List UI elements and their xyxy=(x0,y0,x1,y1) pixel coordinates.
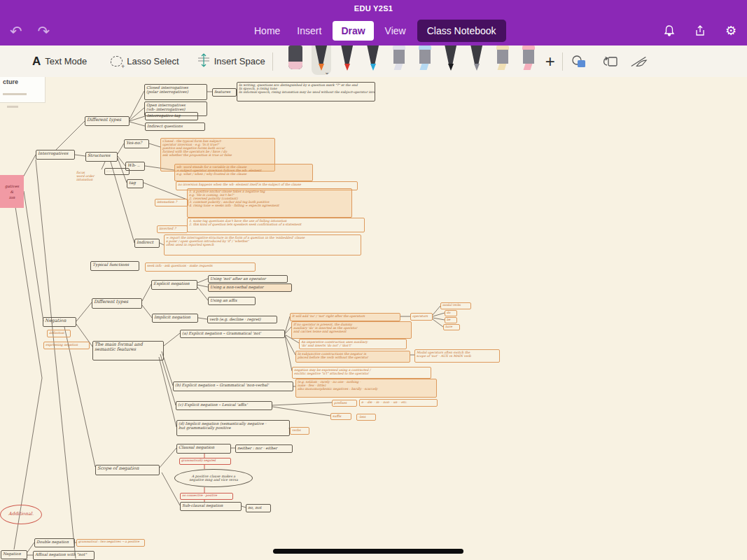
node-negation-bottom: Negation xyxy=(1,550,27,559)
pen-tray: ⌄ xyxy=(286,46,538,77)
pink-sticky-note: gatives&ion xyxy=(0,175,24,208)
note-op-have: have xyxy=(443,324,460,330)
connector-line xyxy=(272,407,330,416)
onenote-app: { "titlebar": { "title": "EDU Y2S1", "ta… xyxy=(0,0,747,560)
connector-line xyxy=(160,354,176,405)
connector-line xyxy=(142,284,151,301)
connector-line xyxy=(433,319,443,327)
tab-class-notebook[interactable]: Class Notebook xyxy=(417,20,506,42)
draw-toolbar: A Text Mode Lasso Select Insert Space ⌄ … xyxy=(0,46,747,78)
connector-line xyxy=(36,160,76,559)
eraser-tool[interactable] xyxy=(286,46,305,75)
page-subtitle-smudge xyxy=(7,106,18,108)
node-scope-of-negation: Scope of negation xyxy=(95,465,160,475)
note-a3: An imperative construction uses auxiliar… xyxy=(299,339,407,349)
connector-line xyxy=(272,402,332,405)
note-op-modal: modal verbs xyxy=(440,302,471,309)
note-negation-expressing: expressing negation xyxy=(43,342,90,349)
ink-to-shape-icon[interactable] xyxy=(601,52,619,71)
settings-gear-icon[interactable]: ⚙ xyxy=(723,23,739,38)
note-prefixes: prefixes xyxy=(332,400,357,407)
pink-highlighter-icon xyxy=(522,46,536,72)
note-clausal-red-2: no connective · positive xyxy=(180,493,233,500)
tab-insert[interactable]: Insert xyxy=(291,21,327,41)
gray-pen-tool[interactable] xyxy=(467,46,487,75)
silver-highlighter-tool[interactable] xyxy=(389,46,409,75)
drawing-canvas[interactable]: cture gatives&ion Different typesClosed … xyxy=(0,77,747,560)
node-c-explicit: (c) Explicit negation – Lexical 'affix' xyxy=(176,401,272,410)
insert-space-icon xyxy=(197,53,210,69)
node-b-explicit: (b) Explicit negation – Grammatical 'non… xyxy=(173,382,293,391)
note-modal-scope: Modal operators often switch thescope of… xyxy=(414,349,500,363)
pink-highlighter-tool[interactable] xyxy=(519,46,538,75)
note-indirect: = report the interrogative structure in … xyxy=(164,234,361,255)
ink-ruler-icon[interactable] xyxy=(630,52,648,71)
node-negation: Negation xyxy=(43,317,76,327)
text-mode-icon: A xyxy=(32,55,41,69)
blue-highlighter-tool[interactable] xyxy=(415,46,435,75)
node-yes-no: Yes-no? xyxy=(124,139,149,148)
node-affixal-negation: Affixal negation with "not" xyxy=(33,551,95,560)
pen-options-chevron-icon[interactable]: ⌄ xyxy=(324,69,330,76)
node-indirect-questions: Indirect questions xyxy=(145,122,205,131)
connector-line xyxy=(76,302,92,321)
note-structure-column: focusword orderintonation xyxy=(75,170,104,190)
note-clausal-red-1: grammatically negated xyxy=(179,458,231,465)
node-implicit-negation: Implicit negation xyxy=(152,314,198,323)
ellipse-positive-clause: A positive clause makes anegative mng an… xyxy=(174,469,253,487)
lasso-select-button[interactable]: Lasso Select xyxy=(111,56,179,66)
page-subtitle-smudge xyxy=(3,93,27,95)
connector-line xyxy=(142,305,152,318)
node-using-nonverbal: Using a non-verbal negator xyxy=(208,284,292,292)
gray-pen-icon xyxy=(469,46,484,72)
tab-draw[interactable]: Draw xyxy=(333,21,373,41)
silver-highlighter-icon xyxy=(392,46,406,72)
text-mode-button[interactable]: A Text Mode xyxy=(32,55,87,69)
blue-highlighter-icon xyxy=(418,46,432,72)
notifications-bell-icon[interactable] xyxy=(662,23,677,38)
connector-line xyxy=(197,279,208,283)
connector-line xyxy=(198,318,207,319)
connector-line xyxy=(197,287,208,300)
connector-line xyxy=(159,357,176,427)
cyan-pen-tool[interactable] xyxy=(363,46,383,75)
black-pen-tool[interactable] xyxy=(441,46,461,75)
notebook-title: EDU Y2S1 xyxy=(0,4,747,13)
add-pen-button[interactable]: + xyxy=(545,52,555,71)
undo-icon[interactable]: ↶ xyxy=(10,24,22,38)
note-a4: In subjunctive constructions the negator… xyxy=(295,351,410,363)
red-pen-icon xyxy=(340,46,355,72)
home-indicator[interactable] xyxy=(273,549,463,554)
node-different-types-interrogatives: Different types xyxy=(85,116,130,126)
tab-view[interactable]: View xyxy=(379,21,412,41)
tab-home[interactable]: Home xyxy=(249,21,286,41)
connector-line xyxy=(164,333,180,346)
page-corner-panel: cture xyxy=(0,77,46,103)
node-verb-decline: verb (e.g. decline · regret) xyxy=(207,316,277,323)
node-using-not: Using 'not' after an operator xyxy=(208,275,288,283)
connector-line xyxy=(197,285,208,287)
note-b-examples: (e.g. seldom · rarely · no one · nothing… xyxy=(295,379,437,398)
note-inverted: inverted ? xyxy=(157,225,188,233)
node-a-explicit: (a) Explicit negation – Grammatical 'not… xyxy=(180,330,285,338)
share-icon[interactable] xyxy=(692,23,708,38)
note-op-do: do xyxy=(445,310,457,316)
connector-line xyxy=(130,91,144,119)
note-d-verbs: verbs xyxy=(290,427,309,435)
note-negation-definition: definition xyxy=(47,330,71,337)
red-pen-tool[interactable] xyxy=(337,46,357,75)
cream-highlighter-tool[interactable] xyxy=(493,46,512,75)
node-explicit-negation: Explicit negation xyxy=(151,280,197,290)
toolbar-divider xyxy=(272,52,273,71)
node-different-types-negation: Different types xyxy=(92,298,142,309)
orange-pen-tool[interactable]: ⌄ xyxy=(312,46,331,75)
note-a5: negation may be expressed using a contra… xyxy=(292,367,431,379)
node-indirect: Indirect xyxy=(134,239,160,248)
connector-line xyxy=(23,155,36,177)
redo-icon[interactable]: ↷ xyxy=(38,24,50,38)
insert-space-button[interactable]: Insert Space xyxy=(197,53,265,69)
shapes-icon[interactable] xyxy=(570,52,588,71)
cream-highlighter-icon xyxy=(496,46,510,72)
node-structures: Structures xyxy=(85,152,118,162)
lasso-icon xyxy=(111,56,123,66)
